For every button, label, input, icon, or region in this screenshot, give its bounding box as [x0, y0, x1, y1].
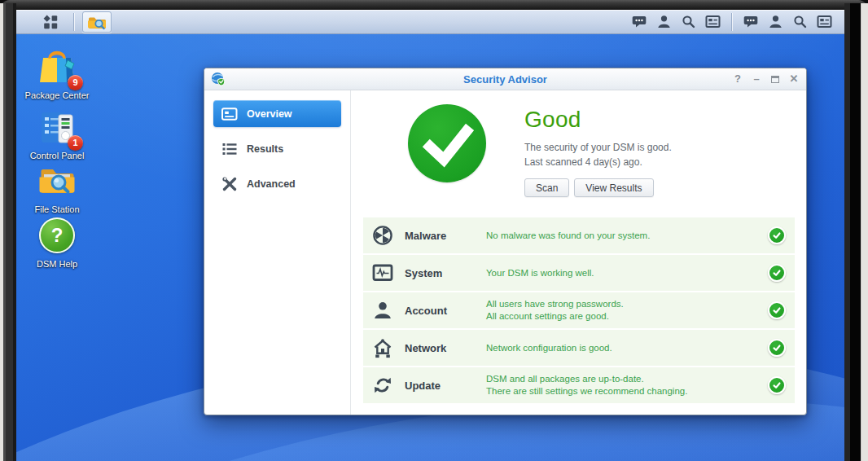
search-button[interactable] — [676, 11, 700, 33]
window-controls: ? – ✕ — [732, 73, 800, 85]
status-line1: The security of your DSM is good. — [524, 140, 672, 155]
row-label: Update — [405, 380, 486, 392]
status-line2: Last scanned 4 day(s) ago. — [524, 155, 672, 169]
user-button[interactable] — [763, 11, 787, 33]
window-title: Security Advisor — [204, 73, 806, 86]
main-menu-button[interactable] — [36, 11, 65, 33]
check-badge-icon — [768, 301, 786, 319]
security-advisor-window: Security Advisor ? – ✕ Overview — [204, 68, 807, 415]
sidebar-item-label: Advanced — [247, 178, 296, 190]
minimize-button[interactable]: – — [751, 73, 762, 85]
user-button[interactable] — [651, 11, 676, 33]
overview-icon — [221, 108, 239, 121]
desktop-icon-label: Package Center — [24, 90, 90, 101]
system-monitor-icon — [371, 264, 394, 282]
security-summary: Good The security of your DSM is good. L… — [351, 90, 806, 217]
status-heading: Good — [524, 107, 672, 133]
desktop-icon-control-panel[interactable]: 1 Control Panel — [24, 109, 90, 161]
security-advisor-app-icon — [211, 72, 226, 86]
sidebar-item-overview[interactable]: Overview — [213, 100, 341, 127]
category-list: Malware No malware was found on your sys… — [363, 217, 795, 405]
check-badge-icon — [768, 264, 786, 282]
sidebar-item-results[interactable]: Results — [213, 135, 341, 162]
scan-button[interactable]: Scan — [524, 178, 569, 197]
taskbar-right-icons — [627, 11, 836, 33]
package-center-icon: 9 — [37, 49, 77, 88]
results-list-icon — [221, 142, 239, 156]
row-status: No malware was found on your system. — [486, 230, 768, 242]
desktop-icon-label: File Station — [24, 204, 90, 215]
status-good-icon — [408, 104, 486, 182]
monitor-bezel-right — [844, 3, 868, 461]
maximize-button[interactable] — [769, 73, 781, 85]
chat-button[interactable] — [739, 11, 763, 33]
monitor-frame: 9 Package Center 1 Control Pane — [0, 0, 868, 461]
chat-button[interactable] — [627, 11, 651, 33]
file-station-icon — [37, 163, 77, 202]
row-label: Malware — [405, 230, 486, 242]
desktop-icon-label: Control Panel — [24, 151, 90, 161]
malware-icon — [371, 225, 394, 246]
update-refresh-icon — [371, 375, 394, 395]
tools-icon — [221, 176, 239, 192]
notification-badge: 1 — [68, 135, 83, 151]
desktop-icon-dsm-help[interactable]: ? DSM Help — [24, 216, 90, 270]
check-badge-icon — [768, 226, 786, 244]
row-status: DSM and all packages are up-to-date.Ther… — [486, 373, 768, 397]
search-button[interactable] — [787, 11, 812, 33]
monitor-bezel-top — [0, 0, 868, 10]
row-malware[interactable]: Malware No malware was found on your sys… — [363, 217, 795, 253]
help-button[interactable]: ? — [732, 73, 743, 85]
row-label: Account — [405, 305, 486, 317]
notification-badge: 9 — [68, 75, 83, 90]
main-menu-icon — [43, 15, 58, 29]
close-button[interactable]: ✕ — [788, 73, 800, 85]
row-network[interactable]: Network Network configuration is good. — [363, 330, 795, 366]
taskbar-separator — [731, 13, 732, 31]
desktop-icon-package-center[interactable]: 9 Package Center — [24, 49, 90, 101]
row-system[interactable]: System Your DSM is working well. — [363, 255, 795, 291]
window-titlebar[interactable]: Security Advisor ? – ✕ — [204, 68, 806, 90]
row-update[interactable]: Update DSM and all packages are up-to-da… — [363, 367, 795, 403]
row-status: All users have strong passwords.All acco… — [486, 298, 768, 323]
desktop-icon-file-station[interactable]: File Station — [24, 163, 90, 215]
sidebar: Overview Results Advanced — [204, 90, 351, 415]
row-status: Network configuration is good. — [486, 342, 768, 354]
sidebar-item-label: Overview — [247, 108, 292, 120]
taskbar — [16, 10, 844, 34]
widgets-button[interactable] — [700, 11, 725, 33]
monitor-bezel-left — [0, 3, 16, 461]
folder-search-icon — [87, 14, 107, 30]
account-user-icon — [371, 301, 394, 320]
check-badge-icon — [768, 339, 786, 357]
row-label: Network — [405, 342, 486, 354]
row-account[interactable]: Account All users have strong passwords.… — [363, 292, 795, 328]
file-browser-button[interactable] — [82, 11, 112, 33]
network-home-icon — [371, 338, 394, 358]
sidebar-item-label: Results — [247, 143, 283, 155]
overview-panel: Good The security of your DSM is good. L… — [351, 90, 806, 415]
desktop-icon-label: DSM Help — [24, 259, 90, 270]
sidebar-item-advanced[interactable]: Advanced — [213, 170, 341, 197]
control-panel-icon: 1 — [37, 109, 77, 148]
taskbar-separator — [73, 13, 74, 31]
maximize-icon — [771, 76, 779, 83]
row-label: System — [405, 267, 486, 279]
check-badge-icon — [768, 376, 786, 394]
row-status: Your DSM is working well. — [486, 267, 768, 279]
question-glyph: ? — [51, 224, 64, 247]
view-results-button[interactable]: View Results — [574, 178, 653, 197]
widgets-button[interactable] — [812, 11, 836, 33]
desktop: 9 Package Center 1 Control Pane — [16, 10, 844, 461]
dsm-help-icon: ? — [37, 217, 77, 257]
